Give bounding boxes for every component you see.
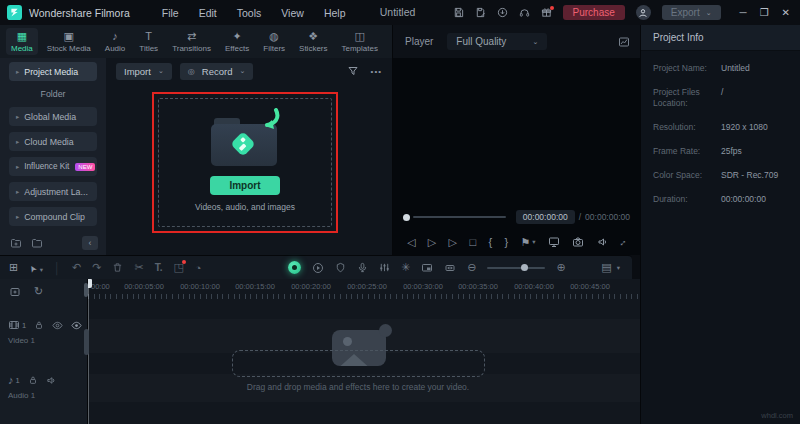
support-icon[interactable] (519, 7, 530, 18)
undo-button[interactable]: ↶ (72, 261, 81, 274)
update-icon[interactable] (497, 7, 508, 18)
tab-stickers[interactable]: ❖ Stickers (294, 28, 332, 55)
minimize-button[interactable]: ─ (740, 7, 747, 18)
play-button[interactable]: ▷ (428, 236, 436, 249)
mixer-icon[interactable] (379, 262, 390, 273)
mark-out-button[interactable]: } (504, 236, 508, 248)
lock-track-icon[interactable] (28, 375, 38, 385)
mute-track-icon[interactable] (46, 375, 57, 386)
sidebar-item-influence-kit[interactable]: ▸ Influence Kit NEW (9, 157, 97, 176)
stop-button[interactable]: □ (469, 236, 476, 248)
voiceover-mic-icon[interactable] (357, 262, 368, 273)
sidebar-item-folder[interactable]: Folder (0, 89, 106, 99)
tab-effects[interactable]: ✦ Effects (220, 28, 254, 55)
ai-tool-icon[interactable] (288, 261, 301, 274)
restore-button[interactable]: ❐ (760, 7, 769, 18)
caret-down-icon: ▾ (532, 238, 535, 246)
split-button[interactable]: ✂ (134, 261, 143, 274)
speed-button[interactable]: ◔ (195, 262, 202, 274)
import-drop-zone[interactable]: Import Videos, audio, and images (158, 98, 332, 227)
screen-record-icon[interactable] (312, 262, 324, 274)
tab-filters[interactable]: ◍ Filters (258, 28, 290, 55)
timeline-zoom-slider[interactable] (487, 267, 545, 269)
freeze-frame-icon[interactable]: ✳ (401, 261, 410, 274)
filter-sort-icon[interactable] (347, 65, 359, 77)
timeline-ruler[interactable]: 00:00 00:00:05:00 00:00:10:00 00:00:15:0… (0, 279, 640, 300)
header-resize-handle[interactable] (84, 329, 89, 355)
save-as-icon[interactable] (475, 7, 486, 18)
gifts-icon[interactable] (541, 7, 552, 18)
preview-track-icon[interactable] (71, 320, 82, 331)
add-clip-icon[interactable] (9, 286, 21, 298)
purchase-button[interactable]: Purchase (563, 5, 625, 20)
pip-icon[interactable] (421, 262, 433, 274)
display-mode-button[interactable] (548, 236, 560, 248)
step-forward-button[interactable]: ▷ (449, 236, 457, 249)
ripple-edit-icon[interactable] (444, 262, 456, 274)
avatar[interactable] (636, 5, 651, 20)
mark-in-button[interactable]: { (488, 236, 492, 248)
scrubber-track[interactable] (413, 216, 506, 218)
fullscreen-button[interactable]: ↕ (621, 237, 626, 248)
menu-tools[interactable]: Tools (237, 7, 262, 19)
field-value: 1920 x 1080 (721, 122, 768, 133)
track-manager-icon[interactable]: ▤ (601, 261, 611, 274)
marker-button[interactable]: ⚑ ▾ (520, 236, 535, 249)
tab-stock-media[interactable]: ▣ Stock Media (42, 28, 96, 55)
redo-button[interactable]: ↷ (92, 261, 101, 274)
import-dropdown[interactable]: Import ⌄ (116, 63, 172, 80)
sidebar-item-cloud-media[interactable]: ▸ Cloud Media (9, 132, 97, 151)
text-tool-button[interactable]: T. (155, 262, 163, 273)
sidebar-item-project-media[interactable]: ▸ Project Media (9, 62, 97, 81)
menu-view[interactable]: View (281, 7, 304, 19)
folder-icon[interactable] (31, 237, 43, 249)
record-dropdown[interactable]: ◎ Record ⌄ (180, 63, 253, 80)
sidebar-item-compound-clip[interactable]: ▸ Compound Clip (9, 207, 97, 226)
field-value: 25fps (721, 146, 742, 157)
field-value: 00:00:00:00 (721, 194, 766, 205)
snapshot-button[interactable] (572, 236, 584, 248)
sidebar-item-global-media[interactable]: ▸ Global Media (9, 107, 97, 126)
timeline-drop-zone[interactable] (232, 350, 485, 377)
menu-file[interactable]: File (162, 7, 179, 19)
save-icon[interactable] (453, 7, 464, 18)
collapse-sidebar-button[interactable]: ‹ (82, 236, 98, 250)
tab-transitions[interactable]: ⇄ Transitions (167, 28, 216, 55)
zoom-out-button[interactable]: ⊖ (467, 261, 476, 274)
menu-edit[interactable]: Edit (199, 7, 217, 19)
field-value: / (721, 87, 723, 109)
media-browser-toggle-icon[interactable]: ⊞ (9, 261, 18, 274)
more-options-icon[interactable]: ••• (371, 67, 382, 76)
tab-media[interactable]: ▦ Media (6, 28, 38, 55)
quality-dropdown[interactable]: Full Quality ⌄ (447, 33, 547, 50)
pointer-tool-icon[interactable]: ➤ ▾ (29, 262, 43, 274)
refresh-icon[interactable]: ↻ (34, 285, 43, 298)
delete-button[interactable] (112, 262, 123, 273)
menu-help[interactable]: Help (324, 7, 346, 19)
tab-label: Transitions (172, 44, 211, 53)
crop-button[interactable]: ◳ (173, 261, 183, 274)
tab-titles[interactable]: T Titles (134, 28, 163, 55)
scrubber-handle[interactable] (403, 214, 410, 221)
close-button[interactable]: ✕ (782, 7, 790, 18)
scrollbar-thumb[interactable] (84, 283, 88, 297)
caret-down-icon[interactable]: ▾ (617, 264, 620, 272)
marker-icon[interactable] (335, 262, 346, 273)
tab-templates[interactable]: ◫ Templates (337, 28, 383, 55)
ruler-label: 00:00:35:00 (458, 282, 498, 291)
stickers-icon: ❖ (308, 30, 318, 43)
zoom-slider-thumb[interactable] (521, 264, 528, 271)
zoom-in-button[interactable]: ⊕ (556, 261, 565, 274)
video-clip-icon (8, 319, 20, 331)
mute-button[interactable] (597, 236, 609, 248)
sidebar-item-adjustment-layer[interactable]: ▸ Adjustment La... (9, 182, 97, 201)
field-project-name: Project Name: Untitled (653, 63, 790, 74)
step-backward-button[interactable]: ◁ (407, 236, 415, 249)
tab-audio[interactable]: ♪ Audio (100, 28, 130, 55)
export-button[interactable]: Export ⌄ (662, 5, 721, 20)
scopes-icon[interactable] (618, 36, 630, 48)
lock-track-icon[interactable] (34, 320, 44, 330)
import-button[interactable]: Import (210, 176, 279, 195)
new-folder-icon[interactable] (10, 237, 22, 249)
hide-track-icon[interactable] (52, 320, 63, 331)
